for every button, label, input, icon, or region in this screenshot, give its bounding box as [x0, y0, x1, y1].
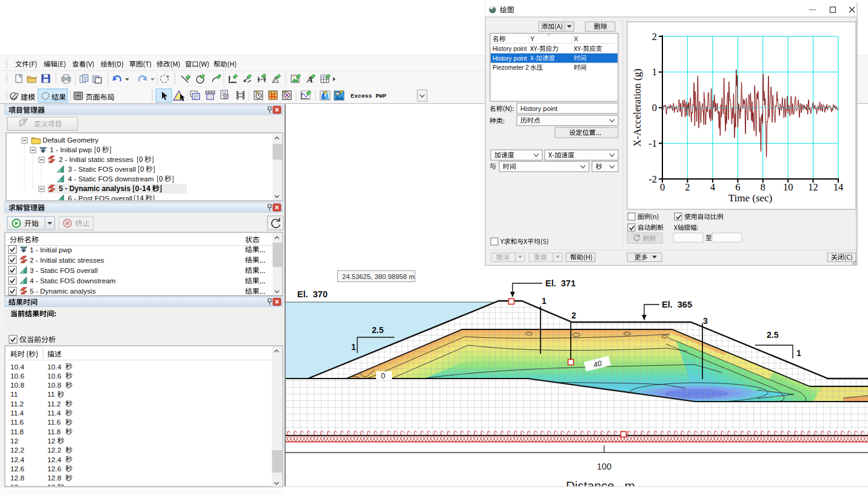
- svg-text:4 - Static FOS downstream: 4 - Static FOS downstream: [30, 277, 116, 285]
- svg-text:12: 12: [10, 437, 18, 445]
- svg-text:History point: History point: [520, 105, 557, 112]
- svg-text:2 - Initial static stresses: 2 - Initial static stresses: [59, 155, 133, 164]
- svg-text:El. 365: El. 365: [662, 300, 692, 309]
- svg-text:X-Acceleration (g): X-Acceleration (g): [631, 69, 643, 147]
- svg-text:14: 14: [833, 181, 844, 193]
- svg-text:2 - Initial static stresses: 2 - Initial static stresses: [30, 256, 104, 264]
- svg-text:12: 12: [808, 181, 818, 193]
- svg-text:11.4: 11.4: [10, 409, 24, 417]
- svg-text:12.8: 12.8: [10, 474, 24, 482]
- svg-text:12.2: 12.2: [47, 446, 61, 454]
- svg-text:0: 0: [660, 181, 665, 193]
- svg-text:0: 0: [381, 372, 385, 380]
- svg-text:10.8: 10.8: [10, 381, 24, 389]
- svg-text:2: 2: [571, 311, 576, 320]
- svg-text:-1: -1: [648, 138, 657, 149]
- svg-text:10.4: 10.4: [10, 363, 24, 371]
- svg-text:11.2: 11.2: [47, 400, 61, 408]
- svg-text:-2: -2: [648, 173, 657, 185]
- svg-text:123: 123: [336, 92, 341, 95]
- svg-text:1: 1: [542, 296, 547, 306]
- svg-text:El. 370: El. 370: [297, 289, 328, 299]
- svg-text:100: 100: [597, 462, 611, 471]
- svg-text:5 - Dynamic analysis: 5 - Dynamic analysis: [30, 287, 96, 295]
- svg-text:1 - Initial pwp: 1 - Initial pwp: [50, 146, 92, 154]
- svg-text:12.4: 12.4: [47, 456, 61, 464]
- svg-text:6: 6: [735, 181, 740, 193]
- svg-text:History point: History point: [493, 55, 527, 62]
- svg-text:12.6: 12.6: [10, 465, 24, 473]
- svg-text:X: X: [574, 35, 578, 42]
- svg-text:11.2: 11.2: [10, 400, 24, 408]
- svg-text:11.4: 11.4: [47, 409, 61, 417]
- svg-text:5 - Dynamic analysis: 5 - Dynamic analysis: [59, 184, 130, 193]
- svg-text:10.6: 10.6: [47, 372, 61, 380]
- svg-text:1: 1: [652, 66, 657, 78]
- svg-text:12.4: 12.4: [10, 456, 24, 464]
- svg-text:11.8: 11.8: [47, 428, 61, 436]
- svg-text:Time (sec): Time (sec): [728, 192, 773, 204]
- svg-text:12.2: 12.2: [10, 446, 24, 454]
- svg-text:1: 1: [351, 342, 356, 352]
- svg-text:2: 2: [685, 181, 690, 193]
- svg-text:10.4: 10.4: [47, 363, 61, 371]
- svg-text:11.6: 11.6: [47, 418, 61, 426]
- svg-text:10: 10: [783, 181, 793, 193]
- svg-text:24.53625, 380.98958 m: 24.53625, 380.98958 m: [342, 273, 414, 280]
- svg-text:10.8: 10.8: [47, 381, 61, 389]
- svg-text:8: 8: [761, 181, 765, 193]
- svg-text:0: 0: [652, 102, 657, 113]
- svg-text:10.6: 10.6: [10, 372, 24, 380]
- svg-text:12.6: 12.6: [47, 465, 61, 473]
- svg-text:Excess PWP: Excess PWP: [351, 93, 386, 99]
- svg-text:12: 12: [47, 437, 55, 445]
- svg-text:Y: Y: [530, 35, 534, 42]
- svg-text:11: 11: [10, 390, 18, 399]
- svg-text:2: 2: [652, 31, 657, 42]
- svg-text:1 - Initial pwp: 1 - Initial pwp: [30, 246, 72, 254]
- svg-text:3 - Static FOS overall: 3 - Static FOS overall: [68, 165, 136, 173]
- svg-text:11.8: 11.8: [10, 428, 24, 436]
- svg-text:Piezometer 2: Piezometer 2: [493, 64, 529, 71]
- svg-text:1: 1: [796, 348, 801, 358]
- svg-text:3 - Static FOS overall: 3 - Static FOS overall: [30, 266, 98, 275]
- svg-text:4 - Static FOS downstream: 4 - Static FOS downstream: [68, 175, 154, 183]
- svg-text:2.5: 2.5: [767, 330, 779, 340]
- svg-text:12.8: 12.8: [47, 474, 61, 482]
- svg-text:11: 11: [47, 390, 55, 399]
- svg-text:11.6: 11.6: [10, 418, 24, 426]
- svg-text:2.5: 2.5: [372, 325, 384, 335]
- svg-text:El. 371: El. 371: [545, 278, 576, 288]
- svg-text:4: 4: [710, 181, 715, 193]
- svg-text:Default Geometry: Default Geometry: [42, 136, 99, 144]
- svg-text:3: 3: [703, 316, 708, 326]
